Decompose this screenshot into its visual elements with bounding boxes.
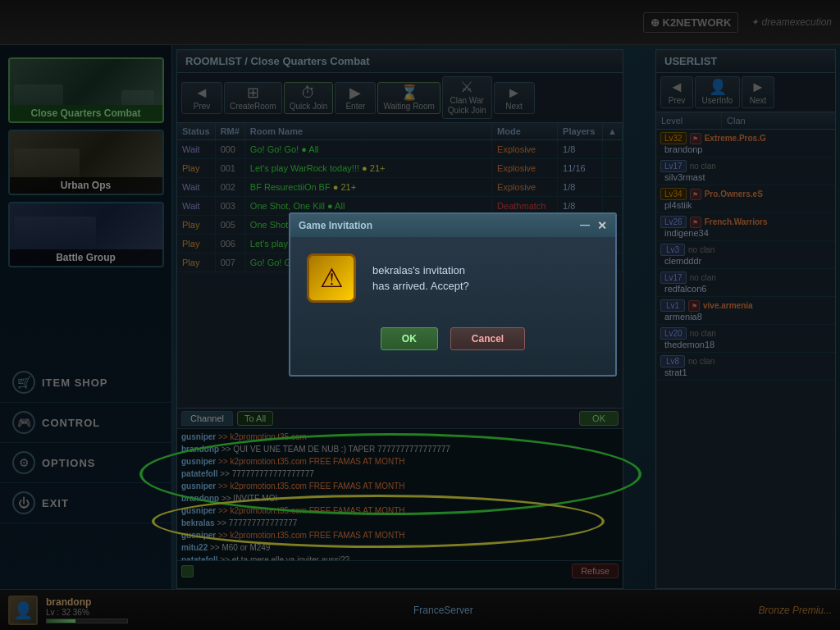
game-invitation-dialog: Game Invitation — ✕ ⚠ bekralas's invitat… <box>289 212 617 377</box>
dialog-overlay: Game Invitation — ✕ ⚠ bekralas's invitat… <box>0 0 840 630</box>
dialog-title-bar: Game Invitation — ✕ <box>290 214 615 237</box>
dialog-body: ⚠ bekralas's invitation has arrived. Acc… <box>290 237 615 319</box>
dialog-message: bekralas's invitation has arrived. Accep… <box>372 262 469 294</box>
dialog-buttons: OK Cancel <box>290 319 615 367</box>
dialog-close-button[interactable]: ✕ <box>597 219 607 232</box>
dialog-ok-button[interactable]: OK <box>381 327 438 350</box>
dialog-minimize-button[interactable]: — <box>577 219 593 232</box>
warning-icon: ⚠ <box>307 253 356 303</box>
dialog-title: Game Invitation <box>299 220 372 231</box>
dialog-cancel-button[interactable]: Cancel <box>450 327 525 350</box>
